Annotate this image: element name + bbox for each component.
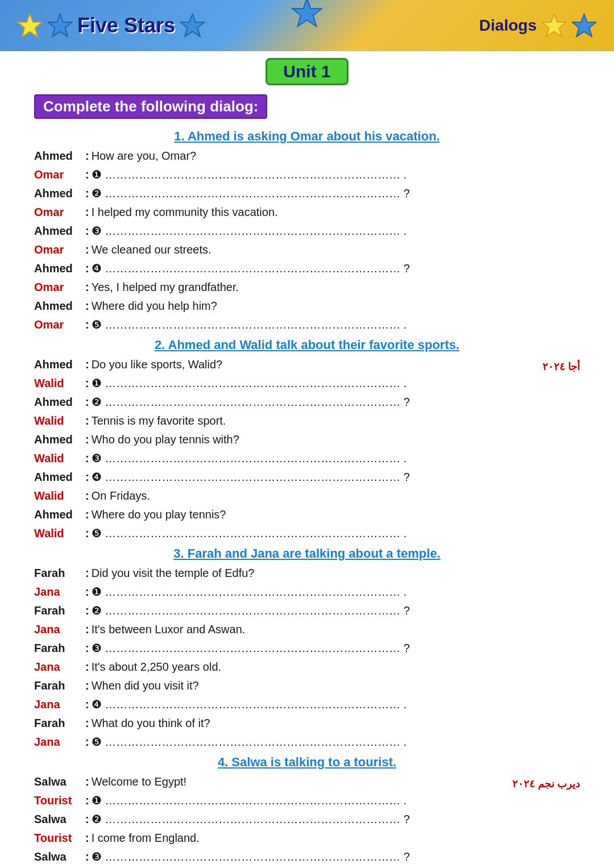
- dialog-text: Did you visit the temple of Edfu?: [92, 564, 580, 582]
- speaker-label: Ahmed: [34, 147, 85, 164]
- dialog-text: ❹ …………………………………………………………………… .: [92, 696, 580, 713]
- dialog-text: ❷ …………………………………………………………………… ?: [92, 393, 580, 410]
- dialog-line: Salwa : ❸ …………………………………………………………………… ?: [34, 848, 580, 865]
- dialog-line: Ahmed : ❷ …………………………………………………………………… ?: [34, 393, 580, 410]
- dialog-line: Omar : ❺ …………………………………………………………………… .: [34, 316, 580, 333]
- speaker-label: Farah: [34, 602, 85, 619]
- dialog-line: Farah : ❷ …………………………………………………………………… ?: [34, 602, 580, 619]
- dialog-text: It's about 2,250 years old.: [92, 658, 580, 675]
- speaker-label: Omar: [34, 203, 85, 221]
- dialog-text: It's between Luxor and Aswan.: [92, 621, 580, 638]
- speaker-label: Salwa: [34, 773, 85, 790]
- colon: :: [85, 696, 89, 713]
- dialog-text: ❷ …………………………………………………………………… ?: [92, 185, 580, 202]
- header-center-star: [292, 0, 323, 28]
- speaker-label: Walid: [34, 375, 85, 392]
- speaker-label: Jana: [34, 621, 85, 638]
- colon: :: [85, 773, 89, 790]
- dialog-line: Salwa : ❷ …………………………………………………………………… ?: [34, 811, 580, 828]
- dialog-text: I come from England.: [92, 829, 580, 846]
- dialog-text: On Fridays.: [92, 487, 580, 504]
- colon: :: [85, 260, 89, 277]
- dialog-text: ❶ …………………………………………………………………… .: [92, 792, 580, 809]
- colon: :: [85, 316, 89, 333]
- colon: :: [85, 468, 89, 485]
- speaker-label: Walid: [34, 412, 85, 429]
- colon: :: [85, 639, 89, 657]
- dialogs-label: Dialogs: [479, 16, 537, 35]
- dialog-line: Omar : ❶ …………………………………………………………………… .: [34, 166, 580, 183]
- header-right: Dialogs: [479, 13, 597, 39]
- dialog-line: Omar : Yes, I helped my grandfather.: [34, 279, 580, 296]
- dialog-text: ❹ …………………………………………………………………… ?: [92, 260, 580, 277]
- dialog-text: ❸ …………………………………………………………………… .: [92, 450, 580, 467]
- speaker-label: Ahmed: [34, 260, 85, 277]
- colon: :: [85, 203, 89, 221]
- dialog-line: Jana : ❺ …………………………………………………………………… .: [34, 733, 580, 750]
- dialog-text: ❷ …………………………………………………………………… ?: [92, 602, 580, 619]
- colon: :: [85, 792, 89, 809]
- speaker-label: Salwa: [34, 848, 85, 865]
- header-star-2: [47, 13, 73, 39]
- speaker-label: Jana: [34, 583, 85, 600]
- dialog-line: Farah : When did you visit it?: [34, 677, 580, 694]
- colon: :: [85, 241, 89, 258]
- colon: :: [85, 431, 89, 448]
- dialog-4-title: 4. Salwa is talking to a tourist.: [34, 755, 580, 770]
- colon: :: [85, 715, 89, 732]
- colon: :: [85, 147, 89, 164]
- dialog-text: ❶ …………………………………………………………………… .: [92, 583, 580, 600]
- dialog-line: Tourist : I come from England.: [34, 829, 580, 846]
- header-star-4: [541, 13, 567, 39]
- dialog-line: Jana : It's between Luxor and Aswan.: [34, 621, 580, 638]
- dialog-line: Farah : Did you visit the temple of Edfu…: [34, 564, 580, 582]
- dialog-line: Ahmed : ❷ …………………………………………………………………… ?: [34, 185, 580, 202]
- dialog-line: Walid : ❶ …………………………………………………………………… .: [34, 375, 580, 392]
- dialog-line: Ahmed : Who do you play tennis with?: [34, 431, 580, 448]
- speaker-label: Ahmed: [34, 431, 85, 448]
- colon: :: [85, 185, 89, 202]
- dialog-text: ❸ …………………………………………………………………… ?: [92, 848, 580, 865]
- speaker-label: Walid: [34, 450, 85, 467]
- content-area: 1. Ahmed is asking Omar about his vacati…: [0, 129, 614, 868]
- speaker-label: Ahmed: [34, 185, 85, 202]
- dialog-text: ❸ …………………………………………………………………… ?: [92, 639, 580, 657]
- dialog-line: Walid : ❺ …………………………………………………………………… .: [34, 525, 580, 542]
- speaker-label: Farah: [34, 715, 85, 732]
- dialog-text: I helped my community this vacation.: [92, 203, 580, 221]
- speaker-label: Jana: [34, 658, 85, 675]
- dialog-text: How are you, Omar?: [92, 147, 580, 164]
- dialog-1-title: 1. Ahmed is asking Omar about his vacati…: [34, 129, 580, 144]
- speaker-label: Omar: [34, 316, 85, 333]
- page-header: Five Stars Dialogs: [0, 0, 614, 51]
- dialog-line: Ahmed : How are you, Omar?: [34, 147, 580, 164]
- header-star-5: [571, 13, 597, 39]
- speaker-label: Jana: [34, 733, 85, 750]
- dialog-text: ❺ …………………………………………………………………… .: [92, 316, 580, 333]
- dialog-text: Where do you play tennis?: [92, 506, 580, 523]
- colon: :: [85, 621, 89, 638]
- dialog-line: Ahmed : Where do you play tennis?: [34, 506, 580, 523]
- colon: :: [85, 297, 89, 314]
- dialog-line: Salwa : Welcome to Egypt!: [34, 773, 580, 790]
- speaker-label: Ahmed: [34, 297, 85, 314]
- dialog-text: ❺ …………………………………………………………………… .: [92, 733, 580, 750]
- colon: :: [85, 525, 89, 542]
- dialog-line: Farah : ❸ …………………………………………………………………… ?: [34, 639, 580, 657]
- colon: :: [85, 829, 89, 846]
- speaker-label: Ahmed: [34, 506, 85, 523]
- unit-badge: Unit 1: [265, 58, 348, 85]
- colon: :: [85, 811, 89, 828]
- dialog-line: Jana : ❹ …………………………………………………………………… .: [34, 696, 580, 713]
- colon: :: [85, 583, 89, 600]
- dialog-text: What do you think of it?: [92, 715, 580, 732]
- speaker-label: Jana: [34, 696, 85, 713]
- dialog-3-title: 3. Farah and Jana are talking about a te…: [34, 546, 580, 561]
- dialog-text: Where did you help him?: [92, 297, 580, 314]
- dialog-text: When did you visit it?: [92, 677, 580, 694]
- speaker-label: Tourist: [34, 829, 85, 846]
- colon: :: [85, 602, 89, 619]
- dialog-line: Farah : What do you think of it?: [34, 715, 580, 732]
- speaker-label: Walid: [34, 525, 85, 542]
- dialog-text: ❹ …………………………………………………………………… ?: [92, 468, 580, 485]
